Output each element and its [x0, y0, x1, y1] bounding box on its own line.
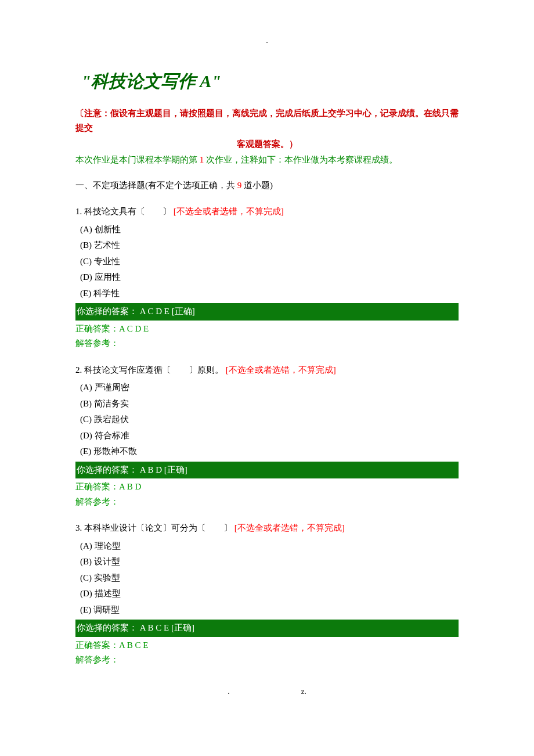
reference-answer: 解答参考：	[75, 495, 459, 510]
correct-answer-value: A B D	[119, 482, 141, 491]
selected-label: 你选择的答案：	[77, 307, 138, 316]
question-number: 1.	[75, 207, 82, 216]
option-d: (D) 应用性	[75, 270, 459, 285]
assignment-note-suffix: 次作业，注释如下：本作业做为本考察课程成绩。	[204, 155, 398, 164]
question-number: 2.	[75, 365, 82, 375]
option-a: (A) 创新性	[75, 222, 459, 237]
option-e: (E) 科学性	[75, 286, 459, 301]
question-stem: 3. 本科毕业设计〔论文〕可分为〔 〕 [不选全或者选错，不算完成]	[75, 521, 459, 536]
question-block: 3. 本科毕业设计〔论文〕可分为〔 〕 [不选全或者选错，不算完成] (A) 理…	[75, 521, 459, 668]
option-c: (C) 专业性	[75, 254, 459, 269]
question-text: 科技论文具有〔 〕	[84, 207, 171, 216]
assignment-note-prefix: 本次作业是本门课程本学期的第	[75, 155, 200, 164]
correct-tag: [正确]	[164, 465, 187, 474]
option-c: (C) 跌宕起伏	[75, 412, 459, 427]
reference-answer: 解答参考：	[75, 653, 459, 668]
selected-value: A B C E	[138, 623, 171, 632]
section-header-prefix: 一、不定项选择题(有不定个选项正确，共	[75, 181, 237, 190]
question-block: 2. 科技论文写作应遵循〔 〕原则。 [不选全或者选错，不算完成] (A) 严谨…	[75, 363, 459, 510]
correct-answer: 正确答案：A C D E	[75, 322, 459, 337]
notice-line-1: 〔注意：假设有主观题目，请按照题目，离线完成，完成后纸质上交学习中心，记录成绩。…	[75, 106, 459, 136]
correct-answer-label: 正确答案：	[75, 324, 119, 333]
document-page: - "科技论文写作 A" 〔注意：假设有主观题目，请按照题目，离线完成，完成后纸…	[0, 0, 534, 756]
correct-answer-value: A B C E	[119, 640, 148, 650]
assignment-note: 本次作业是本门课程本学期的第 1 次作业，注释如下：本作业做为本考察课程成绩。	[75, 153, 459, 168]
question-text: 科技论文写作应遵循〔 〕原则。	[84, 365, 223, 375]
option-b: (B) 简洁务实	[75, 397, 459, 412]
correct-answer: 正确答案：A B C E	[75, 638, 459, 653]
document-title: "科技论文写作 A"	[81, 66, 459, 96]
option-c: (C) 实验型	[75, 571, 459, 586]
notice-line-2: 客观题答案。）	[75, 137, 459, 152]
selected-label: 你选择的答案：	[77, 623, 138, 632]
question-number: 3.	[75, 523, 82, 532]
question-text: 本科毕业设计〔论文〕可分为〔 〕	[84, 523, 232, 532]
footer-right: z.	[301, 685, 306, 698]
question-stem: 2. 科技论文写作应遵循〔 〕原则。 [不选全或者选错，不算完成]	[75, 363, 459, 378]
selected-label: 你选择的答案：	[77, 465, 138, 474]
correct-tag: [正确]	[171, 623, 194, 632]
option-d: (D) 符合标准	[75, 429, 459, 444]
question-stem: 1. 科技论文具有〔 〕 [不选全或者选错，不算完成]	[75, 204, 459, 219]
question-warning: [不选全或者选错，不算完成]	[174, 207, 284, 216]
correct-tag: [正确]	[172, 307, 195, 316]
selected-value: A C D E	[138, 307, 172, 316]
question-warning: [不选全或者选错，不算完成]	[226, 365, 336, 375]
option-e: (E) 形散神不散	[75, 444, 459, 459]
page-header-dash: -	[75, 35, 459, 49]
selected-value: A B D	[138, 465, 164, 474]
selected-answer-bar: 你选择的答案： A B D [正确]	[75, 462, 459, 479]
question-warning: [不选全或者选错，不算完成]	[234, 523, 345, 532]
reference-answer: 解答参考：	[75, 336, 459, 351]
option-b: (B) 艺术性	[75, 238, 459, 253]
selected-answer-bar: 你选择的答案： A C D E [正确]	[75, 303, 459, 321]
question-block: 1. 科技论文具有〔 〕 [不选全或者选错，不算完成] (A) 创新性 (B) …	[75, 204, 459, 351]
selected-answer-bar: 你选择的答案： A B C E [正确]	[75, 620, 459, 637]
correct-answer-value: A C D E	[119, 324, 149, 333]
option-d: (D) 描述型	[75, 586, 459, 602]
section-header-suffix: 道小题)	[241, 181, 273, 190]
page-footer: . z.	[75, 685, 459, 698]
correct-answer: 正确答案：A B D	[75, 480, 459, 495]
option-b: (B) 设计型	[75, 555, 459, 570]
option-a: (A) 理论型	[75, 539, 459, 554]
correct-answer-label: 正确答案：	[75, 482, 119, 491]
correct-answer-label: 正确答案：	[75, 640, 119, 650]
section-header: 一、不定项选择题(有不定个选项正确，共 9 道小题)	[75, 178, 459, 193]
footer-left: .	[228, 685, 229, 698]
option-e: (E) 调研型	[75, 603, 459, 618]
option-a: (A) 严谨周密	[75, 380, 459, 395]
